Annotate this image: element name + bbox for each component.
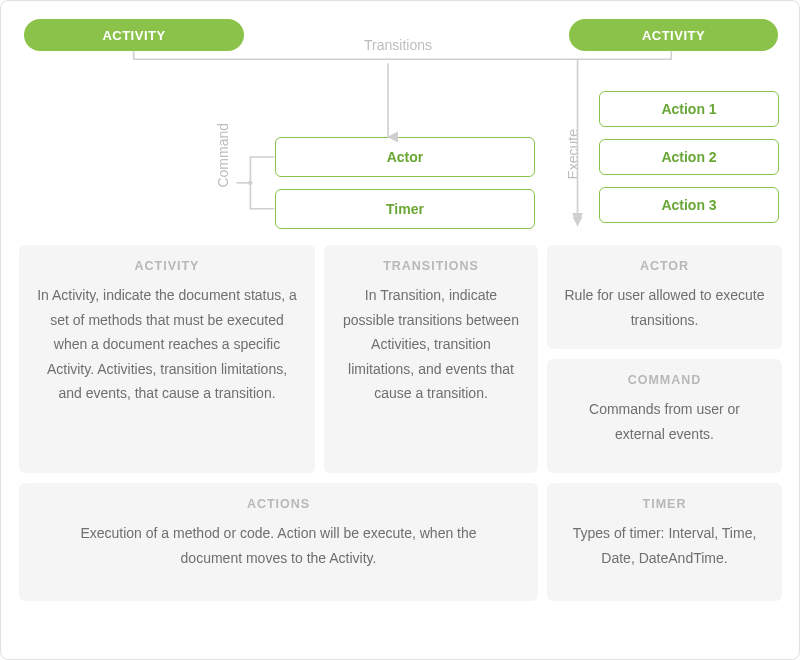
action1-box: Action 1	[599, 91, 779, 127]
activity-left-pill: ACTIVITY	[24, 19, 244, 51]
diagram-area: ACTIVITY ACTIVITY Actor Timer Action 1 A…	[19, 19, 781, 237]
card-command-body: Commands from user or external events.	[563, 397, 766, 446]
card-activity: ACTIVITY In Activity, indicate the docum…	[19, 245, 315, 473]
activity-right-pill: ACTIVITY	[569, 19, 778, 51]
card-transitions-body: In Transition, indicate possible transit…	[340, 283, 522, 406]
action2-box: Action 2	[599, 139, 779, 175]
action3-box: Action 3	[599, 187, 779, 223]
card-timer: TIMER Types of timer: Interval, Time, Da…	[547, 483, 782, 601]
card-timer-body: Types of timer: Interval, Time, Date, Da…	[563, 521, 766, 570]
card-timer-title: TIMER	[563, 497, 766, 511]
card-actions-title: ACTIONS	[35, 497, 522, 511]
card-command: COMMAND Commands from user or external e…	[547, 359, 782, 473]
card-actions-body: Execution of a method or code. Action wi…	[35, 521, 522, 570]
svg-marker-3	[573, 217, 583, 227]
card-activity-body: In Activity, indicate the document statu…	[35, 283, 299, 406]
card-actor-body: Rule for user allowed to execute transit…	[563, 283, 766, 332]
diagram-frame: ACTIVITY ACTIVITY Actor Timer Action 1 A…	[0, 0, 800, 660]
card-transitions: TRANSITIONS In Transition, indicate poss…	[324, 245, 538, 473]
card-transitions-title: TRANSITIONS	[340, 259, 522, 273]
card-actor: ACTOR Rule for user allowed to execute t…	[547, 245, 782, 349]
card-actions: ACTIONS Execution of a method or code. A…	[19, 483, 538, 601]
card-command-title: COMMAND	[563, 373, 766, 387]
svg-point-0	[248, 181, 252, 185]
actor-box: Actor	[275, 137, 535, 177]
transitions-label: Transitions	[364, 37, 432, 53]
timer-box: Timer	[275, 189, 535, 229]
execute-label: Execute	[565, 129, 581, 180]
card-activity-title: ACTIVITY	[35, 259, 299, 273]
command-label: Command	[215, 123, 231, 188]
card-actor-title: ACTOR	[563, 259, 766, 273]
